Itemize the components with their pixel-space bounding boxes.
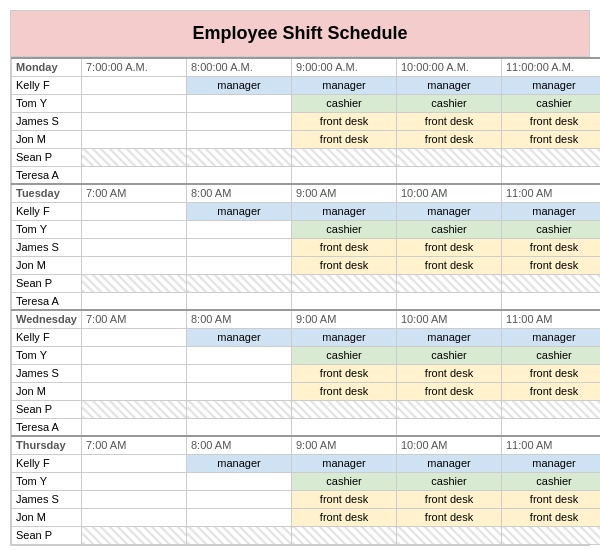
- time-header: 9:00 AM: [292, 184, 397, 202]
- shift-cell: [502, 166, 601, 184]
- shift-cell: [82, 508, 187, 526]
- employee-name: Sean P: [12, 274, 82, 292]
- page-title: Employee Shift Schedule: [11, 11, 589, 57]
- shift-cell: [292, 292, 397, 310]
- shift-cell: front desk: [292, 256, 397, 274]
- shift-cell: [502, 274, 601, 292]
- shift-cell: [82, 292, 187, 310]
- shift-cell: front desk: [292, 382, 397, 400]
- employee-row: Teresa A: [12, 292, 601, 310]
- employee-name: Kelly F: [12, 454, 82, 472]
- employee-name: Tom Y: [12, 346, 82, 364]
- employee-name: Tom Y: [12, 472, 82, 490]
- shift-cell: [187, 418, 292, 436]
- shift-cell: manager: [187, 328, 292, 346]
- shift-cell: [502, 148, 601, 166]
- employee-row: Jon Mfront deskfront deskfront desk: [12, 508, 601, 526]
- day-header-row: Wednesday7:00 AM8:00 AM9:00 AM10:00 AM11…: [12, 310, 601, 328]
- shift-cell: [292, 418, 397, 436]
- employee-name: Jon M: [12, 382, 82, 400]
- shift-cell: [82, 526, 187, 544]
- employee-name: Kelly F: [12, 76, 82, 94]
- time-header: 8:00 AM: [187, 184, 292, 202]
- shift-cell: [187, 220, 292, 238]
- shift-cell: manager: [292, 76, 397, 94]
- shift-cell: front desk: [292, 112, 397, 130]
- shift-cell: [187, 382, 292, 400]
- employee-row: Kelly Fmanagermanagermanagermanager: [12, 202, 601, 220]
- shift-cell: [187, 292, 292, 310]
- shift-cell: [187, 526, 292, 544]
- shift-cell: [397, 148, 502, 166]
- shift-cell: cashier: [397, 94, 502, 112]
- shift-cell: [82, 220, 187, 238]
- shift-cell: cashier: [397, 220, 502, 238]
- employee-row: Sean P: [12, 274, 601, 292]
- employee-name: James S: [12, 112, 82, 130]
- employee-name: James S: [12, 364, 82, 382]
- day-name: Tuesday: [12, 184, 82, 202]
- employee-row: Kelly Fmanagermanagermanagermanager: [12, 76, 601, 94]
- employee-row: Tom Ycashiercashiercashier: [12, 220, 601, 238]
- employee-row: Kelly Fmanagermanagermanagermanager: [12, 328, 601, 346]
- employee-name: Teresa A: [12, 166, 82, 184]
- shift-cell: [397, 400, 502, 418]
- shift-cell: front desk: [397, 364, 502, 382]
- employee-row: James Sfront deskfront deskfront desk: [12, 490, 601, 508]
- shift-cell: cashier: [502, 472, 601, 490]
- shift-cell: [187, 400, 292, 418]
- shift-cell: [187, 238, 292, 256]
- shift-cell: [292, 526, 397, 544]
- shift-cell: [187, 130, 292, 148]
- shift-cell: [292, 166, 397, 184]
- shift-cell: [292, 148, 397, 166]
- shift-cell: [187, 94, 292, 112]
- day-name: Wednesday: [12, 310, 82, 328]
- employee-name: Teresa A: [12, 418, 82, 436]
- employee-row: Jon Mfront deskfront deskfront desk: [12, 382, 601, 400]
- shift-cell: manager: [502, 202, 601, 220]
- day-header-row: Monday7:00:00 A.M.8:00:00 A.M.9:00:00 A.…: [12, 58, 601, 76]
- shift-cell: [82, 382, 187, 400]
- day-name: Thursday: [12, 436, 82, 454]
- shift-cell: manager: [187, 76, 292, 94]
- employee-row: Tom Ycashiercashiercashier: [12, 346, 601, 364]
- shift-cell: [82, 112, 187, 130]
- shift-cell: [187, 490, 292, 508]
- shift-cell: [82, 256, 187, 274]
- shift-cell: front desk: [502, 508, 601, 526]
- shift-cell: manager: [187, 454, 292, 472]
- shift-cell: [502, 292, 601, 310]
- shift-cell: cashier: [292, 346, 397, 364]
- shift-cell: manager: [397, 328, 502, 346]
- shift-cell: manager: [397, 76, 502, 94]
- shift-cell: [82, 490, 187, 508]
- shift-cell: [292, 274, 397, 292]
- shift-cell: front desk: [502, 256, 601, 274]
- shift-cell: [187, 166, 292, 184]
- shift-cell: [187, 256, 292, 274]
- time-header: 9:00 AM: [292, 436, 397, 454]
- shift-cell: cashier: [397, 346, 502, 364]
- employee-row: Jon Mfront deskfront deskfront desk: [12, 130, 601, 148]
- shift-cell: [187, 274, 292, 292]
- shift-cell: manager: [502, 76, 601, 94]
- employee-name: Sean P: [12, 148, 82, 166]
- shift-cell: [82, 400, 187, 418]
- shift-cell: front desk: [397, 130, 502, 148]
- time-header: 11:00 AM: [502, 184, 601, 202]
- shift-cell: cashier: [292, 220, 397, 238]
- shift-cell: manager: [292, 454, 397, 472]
- shift-cell: front desk: [502, 490, 601, 508]
- shift-cell: [82, 94, 187, 112]
- day-header-row: Tuesday7:00 AM8:00 AM9:00 AM10:00 AM11:0…: [12, 184, 601, 202]
- shift-cell: [82, 202, 187, 220]
- time-header: 8:00 AM: [187, 310, 292, 328]
- shift-cell: front desk: [397, 382, 502, 400]
- employee-name: Jon M: [12, 130, 82, 148]
- time-header: 7:00 AM: [82, 310, 187, 328]
- time-header: 8:00 AM: [187, 436, 292, 454]
- shift-cell: manager: [292, 328, 397, 346]
- shift-cell: manager: [502, 328, 601, 346]
- schedule-table: Monday7:00:00 A.M.8:00:00 A.M.9:00:00 A.…: [11, 57, 600, 545]
